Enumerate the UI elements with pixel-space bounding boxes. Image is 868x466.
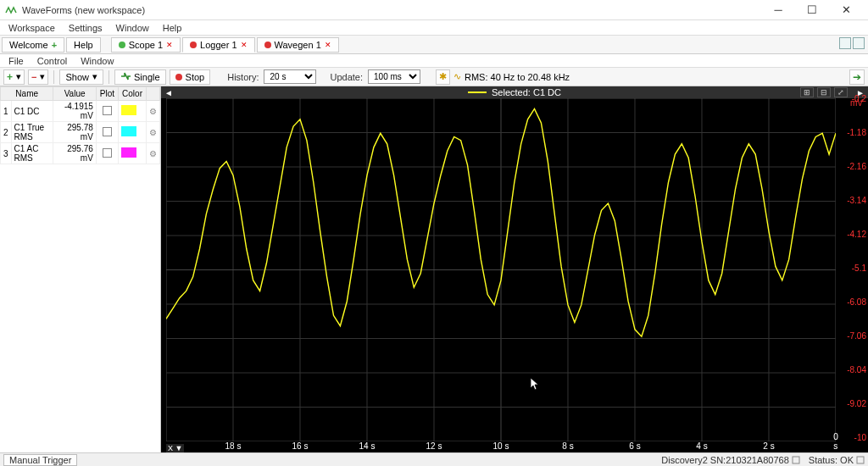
plot-opt-1[interactable]: ⊞	[800, 87, 814, 97]
channel-name: C1 AC RMS	[11, 143, 53, 164]
table-row[interactable]: 3 C1 AC RMS 295.76 mV ⚙	[1, 143, 160, 164]
status-bar: Manual Trigger Discovery2 SN:210321A8076…	[0, 452, 868, 466]
x-tick: 6 s	[629, 441, 640, 451]
separator	[108, 70, 109, 84]
tab-scope[interactable]: Scope 1 ✕	[111, 37, 181, 53]
stop-button[interactable]: Stop	[170, 69, 211, 85]
x-tick: 12 s	[426, 441, 442, 451]
y-tick: -5.1	[852, 264, 866, 273]
x-tick: 14 s	[359, 441, 376, 451]
gear-icon[interactable]: ⚙	[149, 107, 157, 116]
plot-checkbox[interactable]	[103, 127, 112, 136]
gear-icon: ✱	[439, 71, 447, 82]
y-tick: -8.04	[847, 365, 866, 374]
col-color[interactable]: Color	[119, 87, 147, 101]
settings-gear-button[interactable]: ✱	[436, 69, 450, 85]
x-tick: 8 s	[562, 441, 573, 451]
col-value[interactable]: Value	[53, 87, 96, 101]
x-tick: 0 s	[833, 432, 838, 451]
toolbar: +▾ −▾ Show▾ Single Stop History: 20 s Up…	[0, 68, 868, 86]
plus-icon: +	[52, 40, 57, 50]
layout-button-1[interactable]	[839, 37, 851, 49]
menu-settings[interactable]: Settings	[62, 21, 109, 35]
plot-checkbox[interactable]	[103, 106, 112, 115]
tab-label: Wavegen 1	[275, 40, 321, 50]
show-label: Show	[65, 72, 89, 82]
record-icon	[264, 42, 271, 48]
status-info: Status: OK	[809, 455, 865, 465]
tab-welcome[interactable]: Welcome +	[2, 37, 64, 53]
plot-canvas[interactable]	[166, 98, 836, 437]
plot-header: ◄ Selected: C1 DC ⊞ ⊟ ⤢ ►	[161, 86, 868, 98]
x-tick: 2 s	[763, 441, 774, 451]
gear-icon[interactable]: ⚙	[149, 128, 157, 137]
history-select[interactable]: 20 s	[264, 69, 316, 84]
color-swatch[interactable]	[121, 147, 136, 158]
tab-label: Welcome	[9, 40, 48, 50]
close-icon[interactable]: ✕	[241, 41, 248, 49]
plot-checkbox[interactable]	[103, 148, 112, 158]
y-axis: mV -0.2-1.18-2.16-3.14-4.12-5.1-6.08-7.0…	[837, 98, 868, 437]
table-row[interactable]: 2 C1 True RMS 295.78 mV ⚙	[1, 122, 160, 143]
rms-info: ∿ RMS: 40 Hz to 20.48 kHz	[453, 71, 570, 82]
tab-label: Scope 1	[129, 40, 163, 50]
wave-icon: ∿	[453, 71, 461, 82]
col-name[interactable]: Name	[1, 87, 53, 101]
close-icon[interactable]: ✕	[166, 41, 173, 49]
plot-opt-2[interactable]: ⊟	[817, 87, 831, 97]
x-axis-menu[interactable]: X ▼	[166, 444, 184, 452]
remove-button[interactable]: −▾	[28, 69, 48, 85]
menu-help[interactable]: Help	[156, 21, 189, 35]
menu-window[interactable]: Window	[109, 21, 156, 35]
menu-workspace[interactable]: Workspace	[2, 21, 62, 35]
channel-value: -4.1915 mV	[53, 101, 96, 122]
tab-help[interactable]: Help	[66, 37, 101, 53]
update-select[interactable]: 100 ms	[368, 69, 420, 84]
svg-rect-22	[793, 457, 799, 463]
plot-opt-3[interactable]: ⤢	[834, 87, 848, 97]
show-button[interactable]: Show▾	[59, 69, 103, 85]
single-label: Single	[134, 72, 160, 82]
channel-panel: Name Value Plot Color 1 C1 DC -4.1915 mV…	[0, 86, 161, 452]
scroll-left-icon[interactable]: ◄	[161, 88, 176, 97]
arrow-right-icon: ➔	[853, 71, 861, 83]
sub-menubar: File Control Window	[0, 54, 868, 68]
menu-window-sub[interactable]: Window	[74, 55, 120, 67]
stop-icon	[175, 74, 182, 80]
row-index: 1	[1, 101, 12, 122]
window-title: WaveForms (new workspace)	[22, 5, 761, 15]
update-label: Update:	[328, 72, 364, 82]
minimize-button[interactable]: ─	[761, 0, 795, 20]
single-icon	[120, 72, 131, 82]
table-row[interactable]: 1 C1 DC -4.1915 mV ⚙	[1, 101, 160, 122]
layout-button-2[interactable]	[853, 37, 865, 49]
export-button[interactable]: ➔	[849, 69, 865, 85]
device-info: Discovery2 SN:210321A80768	[661, 455, 799, 465]
manual-trigger-button[interactable]: Manual Trigger	[3, 454, 77, 466]
menu-control[interactable]: Control	[31, 55, 74, 67]
channel-name: C1 True RMS	[11, 122, 53, 143]
gear-icon[interactable]: ⚙	[149, 149, 157, 158]
channel-value: 295.78 mV	[53, 122, 96, 143]
tab-logger[interactable]: Logger 1 ✕	[182, 37, 254, 53]
close-icon[interactable]: ✕	[325, 41, 331, 49]
record-icon	[119, 42, 125, 48]
maximize-button[interactable]: ☐	[795, 0, 829, 20]
device-text: Discovery2 SN:210321A80768	[661, 455, 788, 465]
close-button[interactable]: ✕	[829, 0, 863, 20]
x-tick: 16 s	[292, 441, 309, 451]
color-swatch[interactable]	[121, 126, 136, 136]
menu-file[interactable]: File	[2, 55, 31, 67]
x-axis: X ▼ 18 s16 s14 s12 s10 s8 s6 s4 s2 s0 s	[166, 439, 836, 452]
y-tick: -10	[854, 433, 866, 442]
app-icon	[5, 4, 17, 16]
add-button[interactable]: +▾	[3, 69, 25, 85]
tab-wavegen[interactable]: Wavegen 1 ✕	[257, 37, 339, 53]
color-swatch[interactable]	[121, 105, 136, 115]
col-plot[interactable]: Plot	[96, 87, 118, 101]
single-button[interactable]: Single	[114, 69, 166, 85]
plot-area[interactable]: ◄ Selected: C1 DC ⊞ ⊟ ⤢ ► mV -0.2-1.18-2…	[161, 86, 868, 452]
status-icon	[856, 456, 865, 464]
minus-icon: −	[31, 72, 36, 82]
trace-color-indicator	[468, 92, 487, 93]
